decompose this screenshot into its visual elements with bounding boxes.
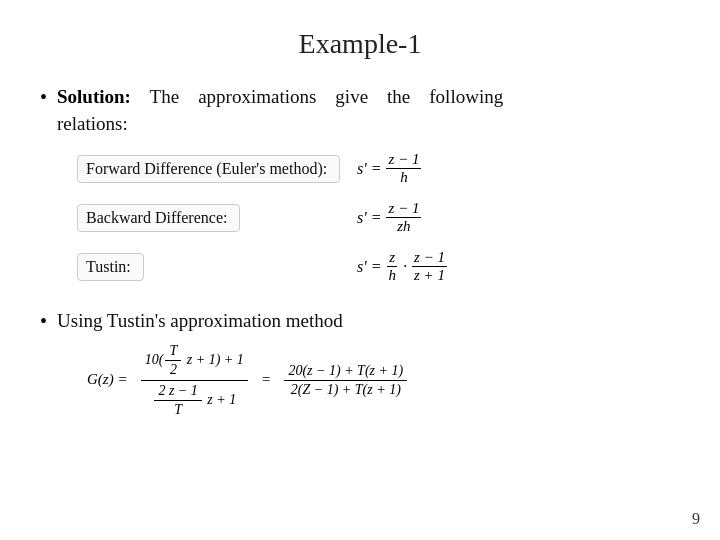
forward-diff-text: Forward Difference (Euler's method): xyxy=(86,160,327,177)
solution-bullet: • Solution: The approximations give the … xyxy=(40,84,680,298)
big-frac-right: 20(z − 1) + T(z + 1) 2(Z − 1) + T(z + 1) xyxy=(284,362,407,399)
slide: Example-1 • Solution: The approximations… xyxy=(0,0,720,540)
big-formula-container: G(z) = 10(T2 z + 1) + 1 2 z − 1 T z + 1 … xyxy=(87,341,409,420)
frac-z-minus-1-z-plus-1: z − 1 z + 1 xyxy=(412,249,447,284)
frac-z-h: z h xyxy=(386,249,398,284)
forward-diff-box: Forward Difference (Euler's method): xyxy=(77,155,340,183)
backward-diff-box: Backward Difference: xyxy=(77,204,240,232)
tustin-text: Tustin: xyxy=(86,258,131,275)
bullet-dot-2: • xyxy=(40,310,47,333)
bullet-dot-1: • xyxy=(40,86,47,109)
solution-label: Solution: xyxy=(57,86,131,107)
tustin-content: Using Tustin's approximation method G(z)… xyxy=(57,308,409,420)
tustin-formula: s' = z h · z − 1 z + 1 xyxy=(357,249,449,284)
forward-diff-formula: s' = z − 1 h xyxy=(357,151,423,186)
frac-z-minus-1-zh: z − 1 zh xyxy=(386,200,421,235)
solution-text: Solution: The approximations give the fo… xyxy=(57,84,503,137)
tustin-bullet: • Using Tustin's approximation method G(… xyxy=(40,308,680,420)
inner-frac-2zT: 2 z − 1 T xyxy=(154,382,201,419)
s-prime-3: s' = xyxy=(357,258,381,276)
dot-multiply: · xyxy=(403,258,407,276)
backward-diff-label: Backward Difference: xyxy=(77,204,357,232)
solution-content: Solution: The approximations give the fo… xyxy=(57,84,503,298)
slide-title: Example-1 xyxy=(40,28,680,60)
forward-diff-row: Forward Difference (Euler's method): s' … xyxy=(67,151,503,186)
s-prime-1: s' = xyxy=(357,160,381,178)
backward-diff-row: Backward Difference: s' = z − 1 zh xyxy=(67,200,503,235)
big-numer-left: 10(T2 z + 1) + 1 xyxy=(141,341,248,381)
using-tustin-text: Using Tustin's approximation method xyxy=(57,308,409,335)
tustin-row: Tustin: s' = z h · z − 1 z + 1 xyxy=(67,249,503,284)
frac-z-minus-1-h: z − 1 h xyxy=(386,151,421,186)
big-numer-right: 20(z − 1) + T(z + 1) xyxy=(284,362,407,381)
big-denom-left: 2 z − 1 T z + 1 xyxy=(148,381,240,420)
forward-diff-label: Forward Difference (Euler's method): xyxy=(77,155,357,183)
big-frac-left: 10(T2 z + 1) + 1 2 z − 1 T z + 1 xyxy=(141,341,248,420)
backward-diff-text: Backward Difference: xyxy=(86,209,227,226)
inner-frac-T2: T2 xyxy=(165,342,181,379)
equals-sign: = xyxy=(261,371,271,387)
g-z-label: G(z) = xyxy=(87,371,128,387)
backward-diff-formula: s' = z − 1 zh xyxy=(357,200,423,235)
using-tustin-label: Using Tustin's approximation method xyxy=(57,310,343,331)
equations-container: Forward Difference (Euler's method): s' … xyxy=(67,151,503,284)
tustin-label: Tustin: xyxy=(77,253,357,281)
tustin-box: Tustin: xyxy=(77,253,144,281)
page-number: 9 xyxy=(692,510,700,528)
s-prime-2: s' = xyxy=(357,209,381,227)
big-denom-right: 2(Z − 1) + T(z + 1) xyxy=(287,381,405,399)
